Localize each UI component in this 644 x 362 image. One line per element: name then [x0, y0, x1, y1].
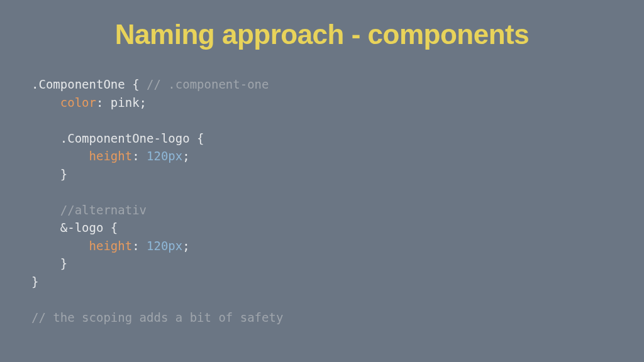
code-line-14: // the scoping adds a bit of safety [31, 310, 283, 324]
code-line-5: height: 120px; [31, 149, 190, 163]
code-property: height [89, 239, 133, 253]
slide-title: Naming approach - components [31, 19, 613, 50]
code-line-10: height: 120px; [31, 239, 190, 253]
code-line-9: &-logo { [31, 221, 118, 234]
code-line-11: } [31, 256, 67, 270]
code-line-4: .ComponentOne-logo { [31, 131, 204, 145]
code-property: color [60, 96, 96, 109]
code-comment: //alternativ [60, 203, 147, 217]
code-punct: : [132, 149, 147, 163]
code-block: .ComponentOne { // .component-one color:… [31, 75, 613, 326]
code-value: 120px [147, 149, 182, 163]
code-line-8: //alternativ [31, 203, 147, 217]
code-line-1: .ComponentOne { // .component-one [31, 77, 269, 91]
code-value: 120px [147, 239, 182, 253]
code-line-2: color: pink; [31, 96, 147, 109]
code-text: .ComponentOne { [31, 77, 147, 91]
code-indent [31, 96, 60, 109]
code-value: : pink; [96, 96, 147, 109]
code-punct: : [132, 239, 147, 253]
code-line-6: } [31, 167, 67, 181]
slide: Naming approach - components .ComponentO… [0, 0, 644, 362]
code-comment: // .component-one [147, 77, 269, 91]
code-property: height [89, 149, 133, 163]
code-indent [31, 203, 60, 217]
code-indent [31, 239, 89, 253]
code-line-12: } [31, 275, 38, 288]
code-indent [31, 149, 89, 163]
code-punct: ; [182, 149, 189, 163]
code-punct: ; [182, 239, 189, 253]
